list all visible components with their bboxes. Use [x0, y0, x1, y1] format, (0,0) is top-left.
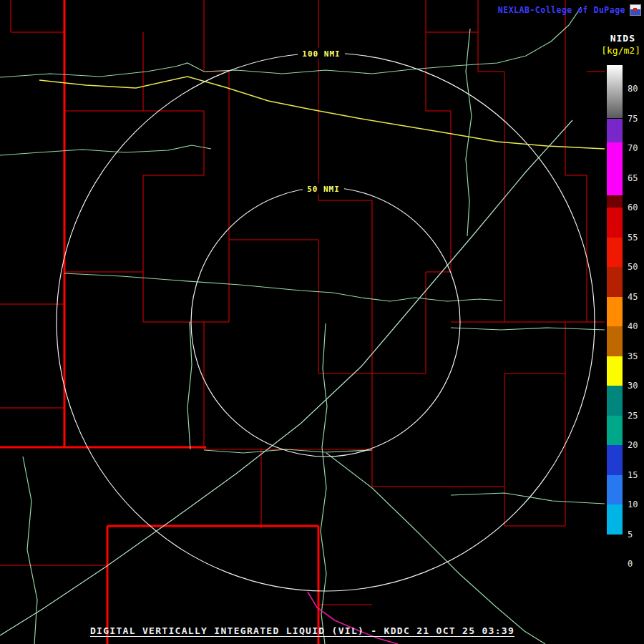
colorbar-segment [607, 267, 623, 297]
colorbar-segment [607, 504, 623, 535]
colorbar-segment [607, 386, 623, 416]
colorbar-segment [607, 65, 623, 119]
colorbar-segment [607, 119, 623, 142]
colorbar-segment [607, 297, 623, 327]
colorbar-tick-label: 35 [628, 351, 643, 362]
colorbar-segment [607, 445, 623, 475]
colorbar-tick-label: 65 [628, 172, 643, 184]
colorbar-segment [607, 238, 623, 268]
colorbar-tick-label: 55 [628, 232, 643, 243]
colorbar-segment [607, 208, 623, 238]
colorbar-tick-label: 10 [628, 499, 643, 510]
colorbar-segment [607, 356, 623, 386]
colorbar-tick-label: 50 [628, 261, 643, 273]
colorbar-tick-label: 40 [628, 321, 643, 332]
colorbar: 80757065605550454035302520151050 [0, 0, 644, 644]
colorbar-segment [607, 475, 623, 505]
colorbar-tick-label: 0 [628, 558, 643, 570]
product-caption: DIGITAL VERTICALLY INTEGRATED LIQUID (VI… [0, 625, 605, 636]
colorbar-tick-label: 25 [628, 410, 643, 421]
colorbar-tick-label: 70 [628, 142, 643, 154]
colorbar-segment [607, 535, 623, 565]
colorbar-tick-label: 30 [628, 380, 643, 391]
colorbar-tick-label: 20 [628, 439, 643, 451]
colorbar-tick-label: 45 [628, 291, 643, 303]
colorbar-tick-label: 80 [628, 83, 643, 94]
colorbar-tick-label: 60 [628, 202, 643, 213]
colorbar-tick-label: 15 [628, 469, 643, 481]
colorbar-tick-label: 5 [628, 529, 643, 540]
colorbar-segment [607, 142, 623, 196]
colorbar-segment [607, 416, 623, 446]
colorbar-segment [607, 326, 623, 356]
colorbar-tick-label: 75 [628, 113, 643, 125]
colorbar-segment [607, 195, 623, 208]
